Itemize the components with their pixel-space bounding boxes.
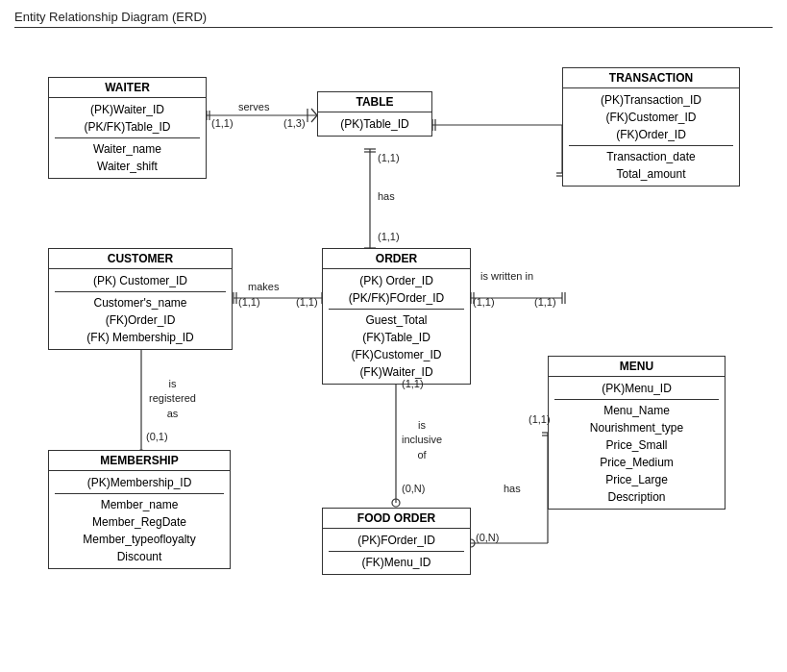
- menu-attr-5: Price_Medium: [554, 454, 719, 471]
- entity-waiter: WAITER (PK)Waiter_ID (PK/FK)Table_ID Wai…: [48, 77, 207, 179]
- menu-attr-3: Nourishment_type: [554, 419, 719, 436]
- entity-waiter-body: (PK)Waiter_ID (PK/FK)Table_ID Waiter_nam…: [49, 98, 206, 178]
- menu-attr-7: Description: [554, 488, 719, 506]
- label-cardinality-11-written-left: (1,1): [473, 296, 495, 308]
- customer-attr-3: (FK)Order_ID: [55, 311, 226, 329]
- transaction-attr-2: (FK)Customer_ID: [569, 109, 733, 126]
- table-attr-1: (PK)Table_ID: [324, 115, 426, 133]
- entity-order-header: ORDER: [323, 249, 470, 269]
- menu-attr-2: Menu_Name: [554, 402, 719, 419]
- entity-customer-header: CUSTOMER: [49, 249, 232, 269]
- label-has: has: [378, 190, 395, 202]
- waiter-attr-2: (PK/FK)Table_ID: [55, 118, 200, 136]
- entity-table-header: TABLE: [318, 92, 431, 112]
- label-cardinality-11-makes-left: (1,1): [238, 296, 260, 308]
- membership-attr-4: Member_typeofloyalty: [55, 531, 224, 548]
- order-attr-6: (FK)Waiter_ID: [329, 363, 464, 381]
- customer-attr-1: (PK) Customer_ID: [55, 272, 226, 289]
- entity-menu-header: MENU: [549, 357, 725, 377]
- svg-point-32: [392, 499, 400, 507]
- customer-attr-2: Customer's_name: [55, 294, 226, 311]
- entity-membership-header: MEMBERSHIP: [49, 451, 230, 471]
- menu-attr-6: Price_Large: [554, 471, 719, 488]
- label-cardinality-01-reg: (0,1): [146, 431, 168, 442]
- order-attr-2: (PK/FK)FOrder_ID: [329, 289, 464, 307]
- waiter-attr-1: (PK)Waiter_ID: [55, 101, 200, 118]
- order-attr-4: (FK)Table_ID: [329, 329, 464, 346]
- entity-food-order: FOOD ORDER (PK)FOrder_ID (FK)Menu_ID: [322, 508, 471, 575]
- entity-membership-body: (PK)Membership_ID Member_name Member_Reg…: [49, 471, 230, 568]
- membership-attr-1: (PK)Membership_ID: [55, 474, 224, 491]
- entity-food-order-body: (PK)FOrder_ID (FK)Menu_ID: [323, 529, 470, 574]
- membership-attr-5: Discount: [55, 548, 224, 565]
- entity-table-body: (PK)Table_ID: [318, 112, 431, 136]
- customer-attr-4: (FK) Membership_ID: [55, 329, 226, 346]
- menu-attr-4: Price_Small: [554, 436, 719, 454]
- label-is-inclusive-of: is inclusive of: [402, 418, 442, 462]
- label-cardinality-11-makes-right: (1,1): [296, 296, 318, 308]
- order-attr-3: Guest_Total: [329, 311, 464, 329]
- entity-order-body: (PK) Order_ID (PK/FK)FOrder_ID Guest_Tot…: [323, 269, 470, 384]
- order-attr-5: (FK)Customer_ID: [329, 346, 464, 363]
- entity-waiter-header: WAITER: [49, 78, 206, 98]
- label-has-menu: has: [504, 483, 521, 494]
- entity-customer: CUSTOMER (PK) Customer_ID Customer's_nam…: [48, 248, 233, 350]
- waiter-attr-4: Waiter_shift: [55, 158, 200, 175]
- entity-table: TABLE (PK)Table_ID: [317, 91, 432, 137]
- label-cardinality-0n-inc-bot: (0,N): [402, 483, 425, 494]
- title-divider: [14, 27, 773, 28]
- label-cardinality-11-serves: (1,1): [211, 117, 234, 129]
- food-order-attr-2: (FK)Menu_ID: [329, 554, 464, 571]
- entity-transaction-body: (PK)Transaction_ID (FK)Customer_ID (FK)O…: [563, 88, 739, 186]
- membership-attr-3: Member_RegDate: [55, 513, 224, 531]
- label-cardinality-0n-has-left: (0,N): [476, 532, 499, 543]
- waiter-attr-3: Waiter_name: [55, 140, 200, 158]
- transaction-attr-4: Transaction_date: [569, 148, 733, 165]
- entity-food-order-header: FOOD ORDER: [323, 509, 470, 529]
- label-cardinality-11-inc-top: (1,1): [402, 378, 424, 389]
- label-cardinality-11-has-right: (1,1): [529, 413, 551, 425]
- entity-menu: MENU (PK)Menu_ID Menu_Name Nourishment_t…: [548, 356, 726, 510]
- page-title: Entity Relationship Diagram (ERD): [14, 10, 207, 24]
- label-serves: serves: [238, 101, 269, 112]
- label-cardinality-11-has-bot: (1,1): [378, 231, 400, 242]
- entity-membership: MEMBERSHIP (PK)Membership_ID Member_name…: [48, 450, 231, 569]
- label-cardinality-13-serves: (1,3): [283, 117, 306, 129]
- label-is-written-in: is written in: [480, 269, 533, 284]
- transaction-attr-1: (PK)Transaction_ID: [569, 91, 733, 109]
- label-cardinality-11-has-top: (1,1): [378, 152, 400, 163]
- label-makes: makes: [248, 281, 279, 292]
- label-cardinality-11-trans: (1,1): [534, 296, 556, 308]
- entity-customer-body: (PK) Customer_ID Customer's_name (FK)Ord…: [49, 269, 232, 349]
- transaction-attr-5: Total_amount: [569, 165, 733, 183]
- membership-attr-2: Member_name: [55, 496, 224, 513]
- food-order-attr-1: (PK)FOrder_ID: [329, 532, 464, 549]
- entity-order: ORDER (PK) Order_ID (PK/FK)FOrder_ID Gue…: [322, 248, 471, 385]
- transaction-attr-3: (FK)Order_ID: [569, 126, 733, 143]
- entity-menu-body: (PK)Menu_ID Menu_Name Nourishment_type P…: [549, 377, 725, 509]
- entity-transaction-header: TRANSACTION: [563, 68, 739, 88]
- label-is-registered-as: is registered as: [149, 377, 196, 421]
- menu-attr-1: (PK)Menu_ID: [554, 380, 719, 397]
- entity-transaction: TRANSACTION (PK)Transaction_ID (FK)Custo…: [562, 67, 740, 187]
- order-attr-1: (PK) Order_ID: [329, 272, 464, 289]
